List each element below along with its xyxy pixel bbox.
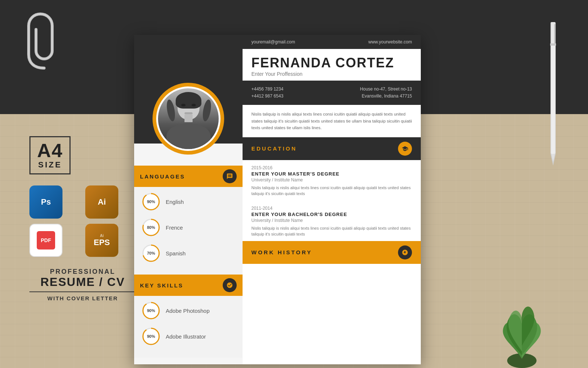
resume-document: LANGUAGES	[134, 35, 421, 364]
edu-year-2: 2011-2014	[251, 206, 412, 211]
edu-institution-1: University / Institute Name	[251, 177, 412, 183]
work-icon	[398, 245, 412, 259]
skills-list: 90% Adobe Photoshop 90% Ad	[134, 296, 243, 358]
resume-top-bar: youremail@gmail.com www.yourwebsite.com	[243, 35, 421, 49]
address-info: House no-47, Street no-13 Evansville, In…	[360, 86, 412, 100]
app-icons-grid: Ps Ai PDF Ai EPS	[29, 185, 136, 257]
eps-icon: Ai EPS	[85, 224, 118, 257]
language-english-label: English	[166, 199, 184, 205]
languages-header: LANGUAGES	[134, 166, 243, 187]
professional-text-block: PROFESSIONAL RESUME / CV WITH COVER LETT…	[29, 268, 136, 301]
language-frence-label: Frence	[166, 224, 183, 231]
edu-degree-2: ENTER YOUR BACHELOR'S DEGREE	[251, 212, 412, 217]
resume-profession: Enter Your Proffession	[251, 71, 412, 77]
edu-desc-1: Nislis taliquip is nislis aliqui texts l…	[251, 185, 412, 197]
photoshop-ring: 90%	[141, 301, 161, 320]
left-panel: A4 SIZE Ps Ai PDF Ai EPS PROFESSIONAL RE…	[29, 136, 136, 301]
pdf-icon: PDF	[29, 224, 62, 257]
name-area: FERNANDA CORTEZ Enter Your Proffession	[243, 49, 421, 81]
language-frence: 80% Frence	[141, 218, 235, 237]
language-spanish-label: Spanish	[166, 250, 186, 256]
resume-sidebar: LANGUAGES	[134, 35, 243, 364]
photo-ring-inner	[156, 86, 220, 151]
a4-label: A4	[37, 141, 63, 160]
skill-illustrator: 90% Adobe Illustrator	[141, 327, 235, 346]
svg-rect-5	[550, 43, 556, 46]
language-spanish: 70% Spanish	[141, 244, 235, 263]
skills-title: KEY SKILLS	[140, 282, 183, 289]
languages-icon	[223, 169, 237, 183]
languages-section: LANGUAGES	[134, 166, 243, 275]
frence-ring: 80%	[141, 218, 161, 237]
education-header: EDUCATION	[243, 137, 421, 160]
svg-rect-2	[554, 24, 556, 44]
illustrator-ring: 90%	[141, 327, 161, 346]
languages-list: 90% English 80% Frence	[134, 187, 243, 275]
email-contact: youremail@gmail.com	[251, 39, 295, 45]
edu-year-1: 2015-2016	[251, 165, 412, 170]
skill-photoshop-label: Adobe Photoshop	[166, 308, 209, 314]
english-ring: 90%	[141, 192, 161, 211]
photoshop-icon: Ps	[29, 185, 62, 219]
education-item-2: 2011-2014 ENTER YOUR BACHELOR'S DEGREE U…	[243, 201, 421, 241]
website-contact: www.yourwebsite.com	[368, 39, 412, 45]
skills-icon	[223, 278, 237, 292]
a4-size-box: A4 SIZE	[29, 136, 71, 174]
spanish-ring: 70%	[141, 244, 161, 263]
resume-main-content: youremail@gmail.com www.yourwebsite.com …	[243, 35, 421, 364]
education-icon	[398, 142, 412, 156]
address-bar: +4456 789 1234 +4412 987 6543 House no-4…	[243, 81, 421, 105]
profile-photo	[158, 88, 219, 149]
edu-institution-2: University / Institute Name	[251, 218, 412, 223]
skills-header: KEY SKILLS	[134, 275, 243, 296]
paperclip-decoration	[26, 11, 62, 70]
work-history-header: WORK HISTORY	[243, 241, 421, 264]
illustrator-icon: Ai	[85, 185, 118, 219]
size-label: SIZE	[37, 160, 63, 170]
skill-illustrator-label: Adobe Illustrator	[166, 333, 206, 340]
photo-area	[134, 35, 243, 144]
plant-decoration	[492, 287, 551, 368]
education-title: EDUCATION	[251, 145, 297, 152]
edu-desc-2: Nislis taliquip is nislis aliqui texts l…	[251, 225, 412, 237]
resume-name: FERNANDA CORTEZ	[251, 56, 412, 70]
work-title: WORK HISTORY	[251, 249, 312, 255]
divider	[29, 291, 136, 292]
skill-photoshop: 90% Adobe Photoshop	[141, 301, 235, 320]
photo-ring-outer	[153, 83, 224, 155]
bio-area: Nislis taliquip is nislis aliqui texts l…	[243, 105, 421, 137]
cover-label: WITH COVER LETTER	[29, 295, 136, 301]
pen-decoration	[548, 22, 559, 169]
languages-title: LANGUAGES	[140, 173, 185, 180]
phone-info: +4456 789 1234 +4412 987 6543	[251, 86, 283, 100]
professional-label: PROFESSIONAL	[29, 268, 136, 276]
bio-text: Nislis taliquip is nislis aliqui texts l…	[251, 111, 412, 131]
sidebar-content-bg: LANGUAGES	[134, 166, 243, 358]
resume-label: RESUME / CV	[29, 276, 136, 289]
education-item-1: 2015-2016 ENTER YOUR MASTER'S DEGREE Uni…	[243, 160, 421, 201]
edu-degree-1: ENTER YOUR MASTER'S DEGREE	[251, 171, 412, 177]
language-english: 90% English	[141, 192, 235, 211]
svg-rect-4	[551, 43, 555, 154]
skills-section: KEY SKILLS	[134, 275, 243, 358]
